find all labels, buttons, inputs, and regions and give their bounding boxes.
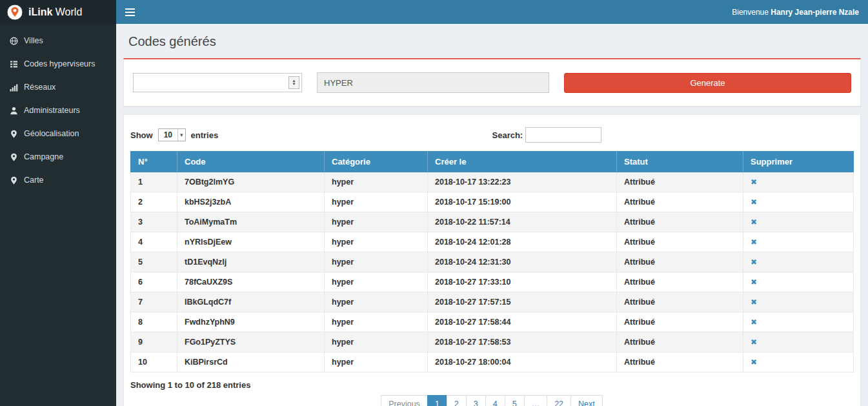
page-button-5[interactable]: 5 bbox=[505, 395, 525, 406]
cell-n: 9 bbox=[131, 332, 177, 352]
list-icon bbox=[10, 60, 18, 68]
delete-icon[interactable]: ✖ bbox=[751, 238, 757, 247]
page-size-select[interactable]: 10 ▾ bbox=[158, 128, 186, 141]
delete-icon[interactable]: ✖ bbox=[751, 218, 757, 227]
delete-icon[interactable]: ✖ bbox=[751, 178, 757, 187]
top-navbar: Bienvenue Hanry Jean-pierre Nzale bbox=[116, 0, 868, 24]
brand-light: World bbox=[56, 6, 83, 17]
cell-created: 2018-10-27 17:58:44 bbox=[428, 312, 617, 332]
search-group: Search: bbox=[492, 127, 602, 143]
cell-status: Attribué bbox=[617, 312, 743, 332]
cell-delete: ✖ bbox=[743, 212, 854, 232]
delete-icon[interactable]: ✖ bbox=[751, 278, 757, 287]
cell-status: Attribué bbox=[617, 272, 743, 292]
column-header-categorie[interactable]: Catégorie bbox=[325, 152, 428, 172]
sidebar-item-carte[interactable]: Carte bbox=[0, 168, 116, 192]
delete-icon[interactable]: ✖ bbox=[751, 338, 757, 347]
cell-status: Attribué bbox=[617, 192, 743, 212]
page-button-…[interactable]: … bbox=[524, 395, 548, 406]
column-header-code[interactable]: Code bbox=[177, 152, 325, 172]
page-title: Codes générés bbox=[128, 34, 856, 49]
sidebar-item-label: Campagne bbox=[24, 152, 63, 161]
page-button-3[interactable]: 3 bbox=[466, 395, 486, 406]
delete-icon[interactable]: ✖ bbox=[751, 318, 757, 327]
sidebar-item-label: Géolocalisation bbox=[24, 129, 79, 138]
sidebar-item-campagne[interactable]: Campagne bbox=[0, 145, 116, 168]
brand-title: iLink World bbox=[28, 6, 82, 18]
page-button-4[interactable]: 4 bbox=[485, 395, 505, 406]
cell-code: nYRlsDjEew bbox=[177, 232, 325, 252]
page-button-previous[interactable]: Previous bbox=[381, 395, 428, 406]
user-menu[interactable]: Bienvenue Hanry Jean-pierre Nzale bbox=[732, 8, 859, 17]
cell-code: 78fCaUXZ9S bbox=[177, 272, 325, 292]
cell-delete: ✖ bbox=[743, 272, 854, 292]
cell-category: hyper bbox=[325, 252, 428, 272]
cell-delete: ✖ bbox=[743, 252, 854, 272]
brand-area[interactable]: iLink World bbox=[0, 0, 116, 24]
app-window: iLink World Bienvenue Hanry Jean-pierre … bbox=[0, 0, 868, 406]
show-label: Show bbox=[130, 130, 153, 140]
cell-created: 2018-10-17 15:19:00 bbox=[428, 192, 617, 212]
pagination: Previous12345…22Next bbox=[130, 395, 854, 406]
cell-status: Attribué bbox=[617, 292, 743, 312]
entries-summary: Showing 1 to 10 of 218 entries bbox=[130, 380, 854, 390]
generate-button[interactable]: Generate bbox=[564, 73, 851, 93]
page-button-1[interactable]: 1 bbox=[427, 395, 447, 406]
sidebar-item-reseaux[interactable]: Réseaux bbox=[0, 76, 116, 99]
column-header-creer-le[interactable]: Créer le bbox=[428, 152, 617, 172]
cell-delete: ✖ bbox=[743, 292, 854, 312]
table-controls: Show 10 ▾ entries Search: bbox=[130, 127, 854, 143]
sidebar-item-administrateurs[interactable]: Administrateurs bbox=[0, 99, 116, 122]
cell-created: 2018-10-27 18:00:04 bbox=[428, 352, 617, 372]
cell-status: Attribué bbox=[617, 352, 743, 372]
table-row: 6 78fCaUXZ9S hyper 2018-10-27 17:33:10 A… bbox=[131, 272, 854, 292]
quantity-input[interactable] bbox=[133, 73, 302, 92]
delete-icon[interactable]: ✖ bbox=[751, 358, 757, 367]
cell-category: hyper bbox=[325, 232, 428, 252]
entries-label: entries bbox=[191, 130, 219, 140]
cell-n: 3 bbox=[131, 212, 177, 232]
cell-n: 10 bbox=[131, 352, 177, 372]
sidebar-toggle-icon[interactable] bbox=[116, 0, 143, 24]
page-size-value: 10 bbox=[159, 129, 177, 141]
category-field[interactable] bbox=[317, 72, 549, 93]
cell-n: 7 bbox=[131, 292, 177, 312]
quantity-stepper-icon[interactable]: ▲▼ bbox=[288, 76, 299, 89]
cell-n: 1 bbox=[131, 172, 177, 192]
search-input[interactable] bbox=[525, 127, 601, 143]
table-row: 5 tD1EvqNzlj hyper 2018-10-24 12:31:30 A… bbox=[131, 252, 854, 272]
column-header-n[interactable]: N° bbox=[131, 152, 177, 172]
cell-status: Attribué bbox=[617, 252, 743, 272]
delete-icon[interactable]: ✖ bbox=[751, 298, 757, 307]
user-icon bbox=[10, 107, 18, 115]
table-row: 3 ToAiMymaTm hyper 2018-10-22 11:57:14 A… bbox=[131, 212, 854, 232]
cell-status: Attribué bbox=[617, 232, 743, 252]
cell-category: hyper bbox=[325, 352, 428, 372]
cell-category: hyper bbox=[325, 292, 428, 312]
delete-icon[interactable]: ✖ bbox=[751, 258, 757, 267]
sidebar-item-label: Réseaux bbox=[24, 83, 56, 92]
sidebar-item-codes-hyperviseurs[interactable]: Codes hyperviseurs bbox=[0, 52, 116, 76]
signal-bars-icon bbox=[10, 83, 18, 92]
cell-code: FGo1PyZTYS bbox=[177, 332, 325, 352]
cell-code: tD1EvqNzlj bbox=[177, 252, 325, 272]
cell-status: Attribué bbox=[617, 172, 743, 192]
page-button-2[interactable]: 2 bbox=[447, 395, 467, 406]
cell-delete: ✖ bbox=[743, 192, 854, 212]
map-marker-icon bbox=[10, 176, 18, 185]
delete-icon[interactable]: ✖ bbox=[751, 198, 757, 207]
ilink-logo-icon bbox=[6, 4, 23, 21]
page-button-next[interactable]: Next bbox=[570, 395, 603, 406]
cell-status: Attribué bbox=[617, 332, 743, 352]
page-button-22[interactable]: 22 bbox=[547, 395, 571, 406]
map-marker-icon bbox=[10, 153, 18, 161]
sidebar-item-geolocalisation[interactable]: Géolocalisation bbox=[0, 122, 116, 145]
cell-created: 2018-10-22 11:57:14 bbox=[428, 212, 617, 232]
cell-code: kbHS2j3zbA bbox=[177, 192, 325, 212]
cell-n: 4 bbox=[131, 232, 177, 252]
cell-created: 2018-10-24 12:01:28 bbox=[428, 232, 617, 252]
sidebar-item-villes[interactable]: Villes bbox=[0, 29, 116, 52]
column-header-statut[interactable]: Statut bbox=[617, 152, 743, 172]
column-header-supprimer[interactable]: Supprimer bbox=[743, 152, 854, 172]
sidebar-item-label: Villes bbox=[24, 36, 43, 45]
